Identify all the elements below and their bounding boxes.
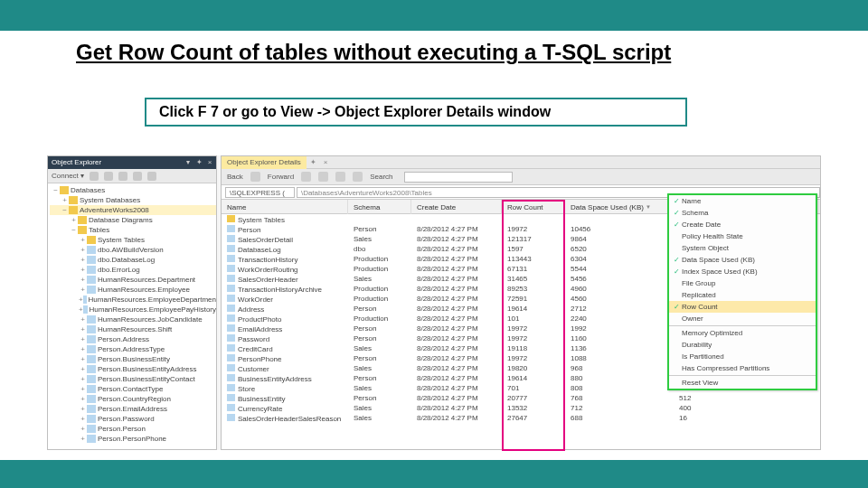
tree-node[interactable]: +System Databases bbox=[50, 195, 216, 205]
tree-node[interactable]: +Person.BusinessEntityAddress bbox=[50, 364, 216, 374]
tree-node[interactable]: +Person.ContactType bbox=[50, 384, 216, 394]
toolbar-icon[interactable] bbox=[118, 172, 127, 181]
tree-node[interactable]: +Person.Address bbox=[50, 334, 216, 344]
tree-node[interactable]: +HumanResources.Shift bbox=[50, 324, 216, 334]
details-tab[interactable]: Object Explorer Details bbox=[222, 156, 307, 169]
tree-node[interactable]: +HumanResources.JobCandidate bbox=[50, 314, 216, 324]
dropdown-icon[interactable]: ▾ bbox=[184, 156, 193, 169]
table-row[interactable]: SalesOrderHeaderSalesReasonSales8/28/201… bbox=[222, 413, 820, 423]
expand-icon[interactable]: + bbox=[79, 334, 87, 344]
search-input[interactable] bbox=[404, 172, 513, 183]
toolbar-icon[interactable] bbox=[90, 172, 99, 181]
back-button[interactable]: Back bbox=[227, 173, 243, 181]
tree-node[interactable]: +Person.CountryRegion bbox=[50, 394, 216, 404]
pin-icon[interactable]: ✦ bbox=[194, 156, 203, 169]
tree-node[interactable]: +Person.Password bbox=[50, 414, 216, 424]
instruction-box: Click F 7 or go to View -> Object Explor… bbox=[145, 98, 687, 127]
toolbar-icon[interactable] bbox=[301, 172, 311, 182]
expand-icon[interactable]: + bbox=[79, 404, 87, 414]
pin-icon[interactable]: ✦ bbox=[307, 158, 320, 166]
col-name[interactable]: Name bbox=[222, 200, 348, 214]
toolbar-icon[interactable] bbox=[353, 172, 363, 182]
tree-node[interactable]: +dbo.ErrorLog bbox=[50, 265, 216, 275]
expand-icon[interactable]: − bbox=[52, 185, 60, 195]
tree-label: Person.Person bbox=[98, 424, 146, 434]
context-menu-item[interactable]: Is Partitioned bbox=[669, 351, 816, 362]
col-data-space[interactable]: Data Space Used (KB) bbox=[565, 200, 674, 214]
context-menu-item[interactable]: System Object bbox=[669, 242, 816, 254]
connect-button[interactable]: Connect ▾ bbox=[52, 172, 84, 180]
tree-node[interactable]: −Databases bbox=[50, 185, 216, 195]
col-schema[interactable]: Schema bbox=[348, 200, 411, 214]
context-menu-item[interactable]: ✓Name bbox=[669, 195, 816, 207]
context-menu-item[interactable]: ✓Data Space Used (KB) bbox=[669, 254, 816, 266]
expand-icon[interactable]: − bbox=[70, 225, 78, 235]
tree-node[interactable]: +Person.AddressType bbox=[50, 344, 216, 354]
column-context-menu[interactable]: ✓Name✓Schema✓Create DatePolicy Health St… bbox=[667, 193, 817, 390]
expand-icon[interactable]: + bbox=[61, 195, 69, 205]
tree-node[interactable]: −AdventureWorks2008 bbox=[50, 205, 216, 215]
expand-icon[interactable]: + bbox=[79, 255, 87, 265]
tree-node[interactable]: +Person.BusinessEntity bbox=[50, 354, 216, 364]
col-row-count[interactable]: Row Count bbox=[502, 200, 565, 214]
expand-icon[interactable]: + bbox=[79, 354, 87, 364]
expand-icon[interactable]: + bbox=[79, 424, 87, 434]
close-icon[interactable]: × bbox=[205, 156, 214, 169]
tree-node[interactable]: +Person.BusinessEntityContact bbox=[50, 374, 216, 384]
table-row[interactable]: BusinessEntityPerson8/28/2012 4:27 PM207… bbox=[222, 393, 820, 403]
expand-icon[interactable]: + bbox=[79, 344, 87, 354]
toolbar-icon[interactable] bbox=[147, 172, 156, 181]
close-icon[interactable]: × bbox=[320, 158, 332, 166]
tree-node[interactable]: +dbo.DatabaseLog bbox=[50, 255, 216, 265]
context-menu-item[interactable]: Owner bbox=[669, 313, 816, 324]
expand-icon[interactable]: + bbox=[79, 364, 87, 374]
expand-icon[interactable]: + bbox=[79, 414, 87, 424]
back-icon[interactable] bbox=[250, 172, 260, 182]
tbl-icon bbox=[87, 325, 96, 333]
toolbar-icon[interactable] bbox=[318, 172, 328, 182]
context-menu-item[interactable]: ✓Row Count bbox=[669, 301, 816, 313]
context-menu-item[interactable]: ✓Index Space Used (KB) bbox=[669, 266, 816, 277]
context-menu-item[interactable]: Policy Health State bbox=[669, 230, 816, 242]
toolbar-icon[interactable] bbox=[335, 172, 345, 182]
context-menu-item[interactable]: Reset View bbox=[669, 377, 816, 389]
tree-node[interactable]: +HumanResources.EmployeePayHistory bbox=[50, 305, 216, 314]
toolbar-icon[interactable] bbox=[104, 172, 113, 181]
expand-icon[interactable]: + bbox=[79, 245, 87, 255]
context-menu-item[interactable]: ✓Schema bbox=[669, 207, 816, 219]
expand-icon[interactable]: + bbox=[79, 285, 87, 295]
expand-icon[interactable]: − bbox=[61, 205, 69, 215]
tree-node[interactable]: +HumanResources.Employee bbox=[50, 285, 216, 295]
expand-icon[interactable]: + bbox=[79, 374, 87, 384]
context-menu-item[interactable]: File Group bbox=[669, 277, 816, 289]
expand-icon[interactable]: + bbox=[79, 324, 87, 334]
col-create-date[interactable]: Create Date bbox=[411, 200, 502, 214]
expand-icon[interactable]: + bbox=[70, 215, 78, 225]
tree-node[interactable]: +HumanResources.Department bbox=[50, 275, 216, 285]
expand-icon[interactable]: + bbox=[79, 394, 87, 404]
expand-icon[interactable]: + bbox=[79, 434, 87, 444]
tree-node[interactable]: +Person.PersonPhone bbox=[50, 434, 216, 444]
expand-icon[interactable]: + bbox=[79, 275, 87, 285]
expand-icon[interactable]: + bbox=[79, 265, 87, 275]
context-menu-item[interactable]: Replicated bbox=[669, 289, 816, 301]
tree-node[interactable]: +System Tables bbox=[50, 235, 216, 245]
context-menu-item[interactable]: ✓Create Date bbox=[669, 219, 816, 230]
tree-node[interactable]: +HumanResources.EmployeeDepartmen bbox=[50, 295, 216, 305]
table-row[interactable]: CurrencyRateSales8/28/2012 4:27 PM135327… bbox=[222, 403, 820, 413]
expand-icon[interactable]: + bbox=[79, 314, 87, 324]
object-explorer-tree[interactable]: −Databases+System Databases−AdventureWor… bbox=[48, 183, 216, 444]
server-dropdown[interactable]: \SQLEXPRESS ( bbox=[225, 187, 295, 198]
forward-button[interactable]: Forward bbox=[268, 173, 294, 181]
tree-node[interactable]: +Database Diagrams bbox=[50, 215, 216, 225]
tree-node[interactable]: +Person.Person bbox=[50, 424, 216, 434]
context-menu-item[interactable]: Has Compressed Partitions bbox=[669, 362, 816, 374]
expand-icon[interactable]: + bbox=[79, 235, 87, 245]
expand-icon[interactable]: + bbox=[79, 384, 87, 394]
context-menu-item[interactable]: Durability bbox=[669, 339, 816, 351]
tree-node[interactable]: +Person.EmailAddress bbox=[50, 404, 216, 414]
tree-node[interactable]: −Tables bbox=[50, 225, 216, 235]
context-menu-item[interactable]: Memory Optimized bbox=[669, 327, 816, 339]
tree-node[interactable]: +dbo.AWBuildVersion bbox=[50, 245, 216, 255]
toolbar-icon[interactable] bbox=[133, 172, 142, 181]
